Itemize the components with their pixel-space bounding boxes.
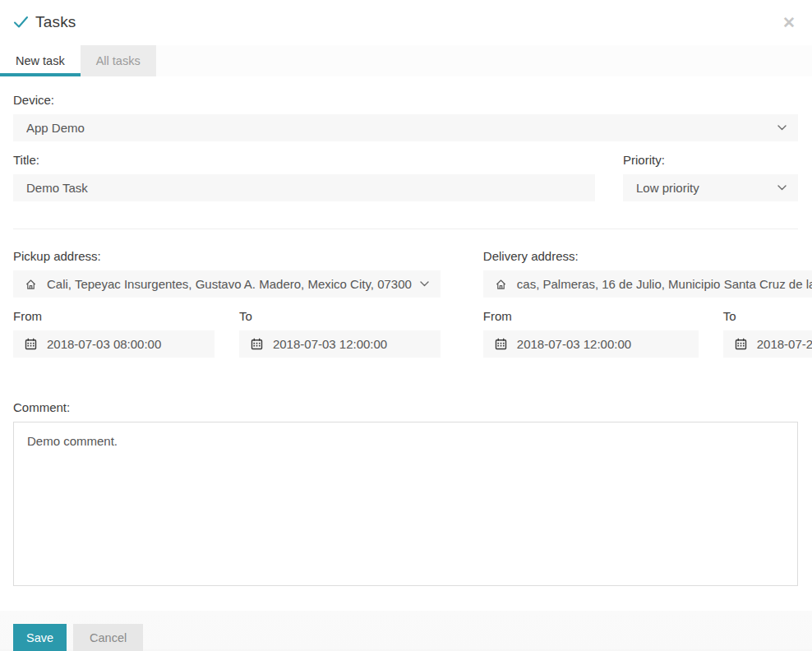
delivery-to-value: 2018-07-26 17:30:00 [757, 337, 812, 351]
delivery-column: Delivery address: cas, Palmeras, 16 de J… [483, 249, 812, 358]
pickup-to-input[interactable]: 2018-07-03 12:00:00 [239, 330, 441, 358]
close-icon[interactable]: ✕ [779, 13, 799, 32]
pickup-fromto: From 2018-07-03 08:00:00 To [13, 309, 441, 358]
tab-new-task[interactable]: New task [0, 45, 81, 76]
pickup-from-label: From [13, 309, 215, 323]
priority-value: Low priority [636, 181, 769, 195]
delivery-from-input[interactable]: 2018-07-03 12:00:00 [483, 330, 699, 358]
delivery-to-label: To [723, 309, 812, 323]
save-button[interactable]: Save [13, 624, 67, 651]
comment-label: Comment: [13, 400, 798, 414]
home-icon [25, 279, 37, 290]
pickup-address-value: Cali, Tepeyac Insurgentes, Gustavo A. Ma… [47, 277, 412, 291]
delivery-to-input[interactable]: 2018-07-26 17:30:00 [723, 330, 812, 358]
device-value: App Demo [26, 121, 769, 135]
page-title: Tasks [35, 13, 76, 31]
pickup-column: Pickup address: Cali, Tepeyac Insurgente… [13, 249, 441, 358]
delivery-from-group: From 2018-07-03 12:00:00 [483, 309, 699, 358]
delivery-address-select[interactable]: cas, Palmeras, 16 de Julio, Municipio Sa… [483, 270, 812, 298]
home-icon [495, 279, 507, 290]
priority-field-group: Priority: Low priority [623, 153, 798, 201]
delivery-from-value: 2018-07-03 12:00:00 [517, 337, 631, 351]
section-divider [13, 229, 798, 229]
cancel-button[interactable]: Cancel [73, 624, 143, 651]
comment-textarea[interactable] [13, 422, 798, 586]
title-wrap: Tasks [13, 13, 76, 31]
modal-footer: Save Cancel [0, 611, 812, 651]
addresses-row: Pickup address: Cali, Tepeyac Insurgente… [13, 249, 798, 358]
pickup-from-group: From 2018-07-03 08:00:00 [13, 309, 215, 358]
pickup-to-value: 2018-07-03 12:00:00 [273, 337, 387, 351]
tab-all-tasks[interactable]: All tasks [81, 45, 156, 76]
device-label: Device: [13, 93, 798, 107]
title-priority-row: Title: Demo Task Priority: Low priority [13, 153, 798, 201]
tasks-modal: Tasks ✕ New task All tasks Device: App D… [0, 0, 812, 651]
calendar-icon [735, 338, 747, 350]
delivery-address-value: cas, Palmeras, 16 de Julio, Municipio Sa… [517, 277, 812, 291]
priority-select[interactable]: Low priority [623, 174, 798, 201]
pickup-address-select[interactable]: Cali, Tepeyac Insurgentes, Gustavo A. Ma… [13, 270, 441, 298]
delivery-to-group: To 2018-07-26 17:30:00 [723, 309, 812, 358]
delivery-fromto: From 2018-07-03 12:00:00 To [483, 309, 812, 358]
check-icon [13, 16, 29, 29]
tab-bar: New task All tasks [0, 45, 812, 76]
calendar-icon [251, 338, 263, 350]
device-select[interactable]: App Demo [13, 114, 798, 141]
pickup-from-input[interactable]: 2018-07-03 08:00:00 [13, 330, 215, 358]
new-task-form: Device: App Demo Title: Demo Task Priori… [0, 76, 812, 586]
chevron-down-icon [420, 281, 429, 287]
pickup-to-group: To 2018-07-03 12:00:00 [239, 309, 441, 358]
pickup-from-value: 2018-07-03 08:00:00 [47, 337, 161, 351]
chevron-down-icon [777, 185, 787, 191]
comment-field-group: Comment: [13, 400, 798, 586]
modal-header: Tasks ✕ [0, 0, 812, 32]
device-field-group: Device: App Demo [13, 93, 798, 141]
priority-label: Priority: [623, 153, 798, 167]
title-value: Demo Task [26, 181, 88, 195]
delivery-from-label: From [483, 309, 699, 323]
title-input[interactable]: Demo Task [13, 174, 595, 201]
title-field-group: Title: Demo Task [13, 153, 595, 201]
calendar-icon [25, 338, 37, 350]
pickup-to-label: To [239, 309, 441, 323]
calendar-icon [495, 338, 507, 350]
chevron-down-icon [777, 125, 787, 131]
delivery-address-label: Delivery address: [483, 249, 812, 263]
title-label: Title: [13, 153, 595, 167]
pickup-address-label: Pickup address: [13, 249, 441, 263]
